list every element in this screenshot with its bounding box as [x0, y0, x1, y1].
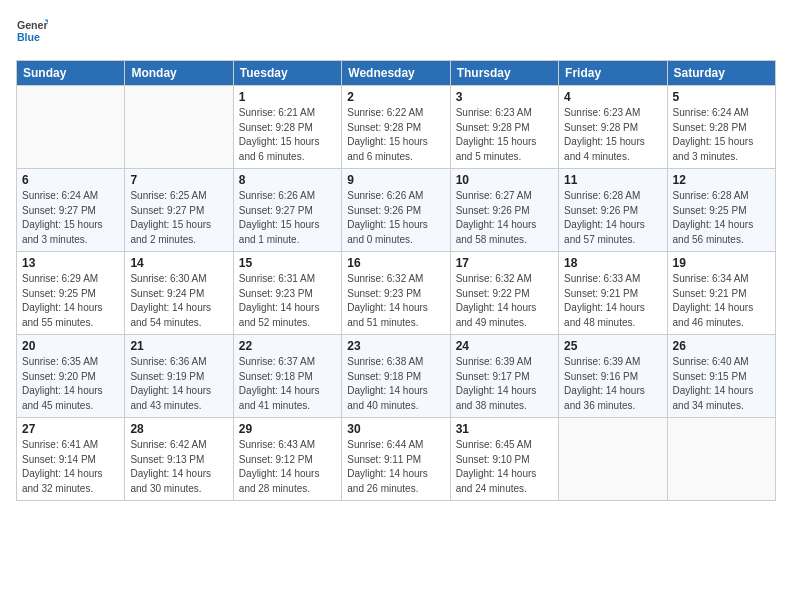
calendar-cell: 23Sunrise: 6:38 AMSunset: 9:18 PMDayligh…: [342, 335, 450, 418]
day-number: 10: [456, 173, 553, 187]
calendar-cell: 4Sunrise: 6:23 AMSunset: 9:28 PMDaylight…: [559, 86, 667, 169]
day-info: Sunrise: 6:41 AMSunset: 9:14 PMDaylight:…: [22, 438, 119, 496]
page-header: General Blue: [16, 16, 776, 48]
calendar-cell: 19Sunrise: 6:34 AMSunset: 9:21 PMDayligh…: [667, 252, 775, 335]
svg-text:General: General: [17, 19, 48, 31]
day-number: 30: [347, 422, 444, 436]
day-info: Sunrise: 6:28 AMSunset: 9:25 PMDaylight:…: [673, 189, 770, 247]
day-info: Sunrise: 6:27 AMSunset: 9:26 PMDaylight:…: [456, 189, 553, 247]
calendar-week-1: 1Sunrise: 6:21 AMSunset: 9:28 PMDaylight…: [17, 86, 776, 169]
day-info: Sunrise: 6:43 AMSunset: 9:12 PMDaylight:…: [239, 438, 336, 496]
calendar-cell: 29Sunrise: 6:43 AMSunset: 9:12 PMDayligh…: [233, 418, 341, 501]
day-number: 5: [673, 90, 770, 104]
day-number: 25: [564, 339, 661, 353]
day-number: 23: [347, 339, 444, 353]
day-number: 20: [22, 339, 119, 353]
day-number: 28: [130, 422, 227, 436]
svg-text:Blue: Blue: [17, 31, 40, 43]
day-number: 7: [130, 173, 227, 187]
day-info: Sunrise: 6:39 AMSunset: 9:16 PMDaylight:…: [564, 355, 661, 413]
day-info: Sunrise: 6:25 AMSunset: 9:27 PMDaylight:…: [130, 189, 227, 247]
day-number: 9: [347, 173, 444, 187]
day-info: Sunrise: 6:35 AMSunset: 9:20 PMDaylight:…: [22, 355, 119, 413]
weekday-header-sunday: Sunday: [17, 61, 125, 86]
day-number: 18: [564, 256, 661, 270]
day-info: Sunrise: 6:40 AMSunset: 9:15 PMDaylight:…: [673, 355, 770, 413]
day-number: 12: [673, 173, 770, 187]
day-number: 14: [130, 256, 227, 270]
day-number: 8: [239, 173, 336, 187]
day-number: 1: [239, 90, 336, 104]
day-number: 2: [347, 90, 444, 104]
calendar-cell: 12Sunrise: 6:28 AMSunset: 9:25 PMDayligh…: [667, 169, 775, 252]
calendar-cell: 25Sunrise: 6:39 AMSunset: 9:16 PMDayligh…: [559, 335, 667, 418]
calendar-cell: 30Sunrise: 6:44 AMSunset: 9:11 PMDayligh…: [342, 418, 450, 501]
day-info: Sunrise: 6:28 AMSunset: 9:26 PMDaylight:…: [564, 189, 661, 247]
weekday-header-thursday: Thursday: [450, 61, 558, 86]
day-info: Sunrise: 6:21 AMSunset: 9:28 PMDaylight:…: [239, 106, 336, 164]
calendar-cell: 9Sunrise: 6:26 AMSunset: 9:26 PMDaylight…: [342, 169, 450, 252]
day-number: 21: [130, 339, 227, 353]
weekday-header-row: SundayMondayTuesdayWednesdayThursdayFrid…: [17, 61, 776, 86]
calendar-cell: 3Sunrise: 6:23 AMSunset: 9:28 PMDaylight…: [450, 86, 558, 169]
day-info: Sunrise: 6:37 AMSunset: 9:18 PMDaylight:…: [239, 355, 336, 413]
day-number: 19: [673, 256, 770, 270]
day-info: Sunrise: 6:39 AMSunset: 9:17 PMDaylight:…: [456, 355, 553, 413]
day-info: Sunrise: 6:24 AMSunset: 9:28 PMDaylight:…: [673, 106, 770, 164]
calendar-cell: 2Sunrise: 6:22 AMSunset: 9:28 PMDaylight…: [342, 86, 450, 169]
calendar-cell: 13Sunrise: 6:29 AMSunset: 9:25 PMDayligh…: [17, 252, 125, 335]
calendar-cell: [667, 418, 775, 501]
calendar-cell: 14Sunrise: 6:30 AMSunset: 9:24 PMDayligh…: [125, 252, 233, 335]
day-info: Sunrise: 6:29 AMSunset: 9:25 PMDaylight:…: [22, 272, 119, 330]
calendar-week-3: 13Sunrise: 6:29 AMSunset: 9:25 PMDayligh…: [17, 252, 776, 335]
calendar-cell: 11Sunrise: 6:28 AMSunset: 9:26 PMDayligh…: [559, 169, 667, 252]
day-info: Sunrise: 6:45 AMSunset: 9:10 PMDaylight:…: [456, 438, 553, 496]
calendar-cell: [125, 86, 233, 169]
calendar-cell: [559, 418, 667, 501]
day-number: 22: [239, 339, 336, 353]
calendar-cell: 21Sunrise: 6:36 AMSunset: 9:19 PMDayligh…: [125, 335, 233, 418]
calendar-cell: 17Sunrise: 6:32 AMSunset: 9:22 PMDayligh…: [450, 252, 558, 335]
calendar-cell: 10Sunrise: 6:27 AMSunset: 9:26 PMDayligh…: [450, 169, 558, 252]
day-info: Sunrise: 6:30 AMSunset: 9:24 PMDaylight:…: [130, 272, 227, 330]
calendar-week-2: 6Sunrise: 6:24 AMSunset: 9:27 PMDaylight…: [17, 169, 776, 252]
calendar-cell: [17, 86, 125, 169]
day-number: 15: [239, 256, 336, 270]
calendar-cell: 22Sunrise: 6:37 AMSunset: 9:18 PMDayligh…: [233, 335, 341, 418]
day-number: 13: [22, 256, 119, 270]
calendar-cell: 28Sunrise: 6:42 AMSunset: 9:13 PMDayligh…: [125, 418, 233, 501]
day-info: Sunrise: 6:23 AMSunset: 9:28 PMDaylight:…: [564, 106, 661, 164]
day-info: Sunrise: 6:36 AMSunset: 9:19 PMDaylight:…: [130, 355, 227, 413]
day-number: 3: [456, 90, 553, 104]
day-info: Sunrise: 6:44 AMSunset: 9:11 PMDaylight:…: [347, 438, 444, 496]
logo: General Blue: [16, 16, 52, 48]
calendar-cell: 20Sunrise: 6:35 AMSunset: 9:20 PMDayligh…: [17, 335, 125, 418]
calendar-cell: 8Sunrise: 6:26 AMSunset: 9:27 PMDaylight…: [233, 169, 341, 252]
day-number: 6: [22, 173, 119, 187]
day-info: Sunrise: 6:22 AMSunset: 9:28 PMDaylight:…: [347, 106, 444, 164]
day-info: Sunrise: 6:26 AMSunset: 9:26 PMDaylight:…: [347, 189, 444, 247]
calendar-week-5: 27Sunrise: 6:41 AMSunset: 9:14 PMDayligh…: [17, 418, 776, 501]
day-number: 17: [456, 256, 553, 270]
calendar-cell: 27Sunrise: 6:41 AMSunset: 9:14 PMDayligh…: [17, 418, 125, 501]
day-number: 31: [456, 422, 553, 436]
calendar-cell: 5Sunrise: 6:24 AMSunset: 9:28 PMDaylight…: [667, 86, 775, 169]
day-info: Sunrise: 6:38 AMSunset: 9:18 PMDaylight:…: [347, 355, 444, 413]
day-info: Sunrise: 6:42 AMSunset: 9:13 PMDaylight:…: [130, 438, 227, 496]
calendar-cell: 15Sunrise: 6:31 AMSunset: 9:23 PMDayligh…: [233, 252, 341, 335]
weekday-header-monday: Monday: [125, 61, 233, 86]
day-number: 4: [564, 90, 661, 104]
day-info: Sunrise: 6:26 AMSunset: 9:27 PMDaylight:…: [239, 189, 336, 247]
day-number: 27: [22, 422, 119, 436]
weekday-header-friday: Friday: [559, 61, 667, 86]
day-info: Sunrise: 6:24 AMSunset: 9:27 PMDaylight:…: [22, 189, 119, 247]
day-number: 16: [347, 256, 444, 270]
calendar-cell: 7Sunrise: 6:25 AMSunset: 9:27 PMDaylight…: [125, 169, 233, 252]
calendar-cell: 31Sunrise: 6:45 AMSunset: 9:10 PMDayligh…: [450, 418, 558, 501]
day-number: 26: [673, 339, 770, 353]
day-info: Sunrise: 6:31 AMSunset: 9:23 PMDaylight:…: [239, 272, 336, 330]
day-info: Sunrise: 6:32 AMSunset: 9:22 PMDaylight:…: [456, 272, 553, 330]
weekday-header-saturday: Saturday: [667, 61, 775, 86]
calendar-table: SundayMondayTuesdayWednesdayThursdayFrid…: [16, 60, 776, 501]
day-number: 29: [239, 422, 336, 436]
